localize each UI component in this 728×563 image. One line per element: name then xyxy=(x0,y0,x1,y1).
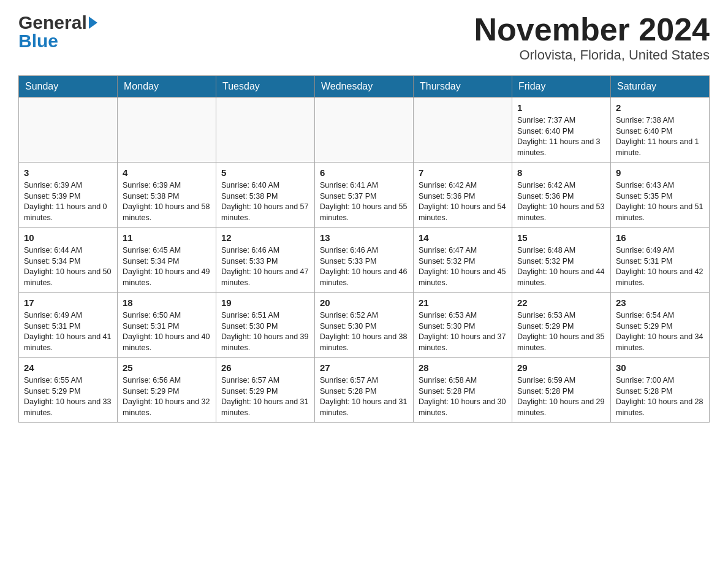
day-info: Sunrise: 6:47 AM Sunset: 5:32 PM Dayligh… xyxy=(419,245,507,288)
day-info: Sunrise: 6:45 AM Sunset: 5:34 PM Dayligh… xyxy=(123,245,211,288)
day-number: 5 xyxy=(221,166,309,179)
calendar-subtitle: Orlovista, Florida, United States xyxy=(474,47,710,63)
calendar-week-row: 10Sunrise: 6:44 AM Sunset: 5:34 PM Dayli… xyxy=(19,228,710,293)
day-number: 14 xyxy=(419,231,507,244)
day-number: 27 xyxy=(320,361,408,374)
logo-blue-text: Blue xyxy=(18,31,97,52)
day-number: 7 xyxy=(419,166,507,179)
calendar-week-row: 3Sunrise: 6:39 AM Sunset: 5:39 PM Daylig… xyxy=(19,163,710,228)
calendar-cell: 22Sunrise: 6:53 AM Sunset: 5:29 PM Dayli… xyxy=(512,293,611,358)
day-info: Sunrise: 6:43 AM Sunset: 5:35 PM Dayligh… xyxy=(616,180,704,223)
day-info: Sunrise: 6:40 AM Sunset: 5:38 PM Dayligh… xyxy=(221,180,309,223)
calendar-week-row: 17Sunrise: 6:49 AM Sunset: 5:31 PM Dayli… xyxy=(19,293,710,358)
calendar-cell: 19Sunrise: 6:51 AM Sunset: 5:30 PM Dayli… xyxy=(216,293,315,358)
day-info: Sunrise: 6:42 AM Sunset: 5:36 PM Dayligh… xyxy=(517,180,605,223)
calendar-cell: 7Sunrise: 6:42 AM Sunset: 5:36 PM Daylig… xyxy=(414,163,512,228)
calendar-cell: 29Sunrise: 6:59 AM Sunset: 5:28 PM Dayli… xyxy=(512,358,611,423)
calendar-cell: 25Sunrise: 6:56 AM Sunset: 5:29 PM Dayli… xyxy=(118,358,216,423)
day-number: 19 xyxy=(221,296,309,309)
calendar-header-tuesday: Tuesday xyxy=(216,76,315,98)
day-number: 3 xyxy=(24,166,112,179)
day-info: Sunrise: 6:56 AM Sunset: 5:29 PM Dayligh… xyxy=(123,375,211,418)
day-info: Sunrise: 6:53 AM Sunset: 5:29 PM Dayligh… xyxy=(517,310,605,353)
page-header: General Blue November 2024 Orlovista, Fl… xyxy=(18,12,710,63)
day-number: 9 xyxy=(616,166,704,179)
day-info: Sunrise: 6:57 AM Sunset: 5:29 PM Dayligh… xyxy=(221,375,309,418)
day-number: 22 xyxy=(517,296,605,309)
calendar-cell: 3Sunrise: 6:39 AM Sunset: 5:39 PM Daylig… xyxy=(19,163,118,228)
day-info: Sunrise: 6:55 AM Sunset: 5:29 PM Dayligh… xyxy=(24,375,112,418)
calendar-header-wednesday: Wednesday xyxy=(315,76,414,98)
calendar-cell xyxy=(19,98,118,163)
calendar-table: SundayMondayTuesdayWednesdayThursdayFrid… xyxy=(18,75,710,423)
calendar-cell: 5Sunrise: 6:40 AM Sunset: 5:38 PM Daylig… xyxy=(216,163,315,228)
day-info: Sunrise: 6:44 AM Sunset: 5:34 PM Dayligh… xyxy=(24,245,112,288)
logo-general-text: General xyxy=(18,12,87,33)
calendar-cell xyxy=(216,98,315,163)
day-info: Sunrise: 6:53 AM Sunset: 5:30 PM Dayligh… xyxy=(419,310,507,353)
day-info: Sunrise: 6:54 AM Sunset: 5:29 PM Dayligh… xyxy=(616,310,704,353)
calendar-header-sunday: Sunday xyxy=(19,76,118,98)
day-info: Sunrise: 7:38 AM Sunset: 6:40 PM Dayligh… xyxy=(616,115,704,158)
day-number: 17 xyxy=(24,296,112,309)
day-number: 4 xyxy=(123,166,211,179)
calendar-cell: 15Sunrise: 6:48 AM Sunset: 5:32 PM Dayli… xyxy=(512,228,611,293)
calendar-cell: 20Sunrise: 6:52 AM Sunset: 5:30 PM Dayli… xyxy=(315,293,414,358)
calendar-header-row: SundayMondayTuesdayWednesdayThursdayFrid… xyxy=(19,76,710,98)
day-number: 21 xyxy=(419,296,507,309)
logo: General Blue xyxy=(18,12,97,52)
day-info: Sunrise: 6:52 AM Sunset: 5:30 PM Dayligh… xyxy=(320,310,408,353)
calendar-cell: 9Sunrise: 6:43 AM Sunset: 5:35 PM Daylig… xyxy=(611,163,710,228)
day-number: 18 xyxy=(123,296,211,309)
calendar-header-thursday: Thursday xyxy=(414,76,512,98)
day-info: Sunrise: 6:59 AM Sunset: 5:28 PM Dayligh… xyxy=(517,375,605,418)
day-info: Sunrise: 6:58 AM Sunset: 5:28 PM Dayligh… xyxy=(419,375,507,418)
calendar-cell: 16Sunrise: 6:49 AM Sunset: 5:31 PM Dayli… xyxy=(611,228,710,293)
calendar-header-friday: Friday xyxy=(512,76,611,98)
calendar-cell: 23Sunrise: 6:54 AM Sunset: 5:29 PM Dayli… xyxy=(611,293,710,358)
calendar-cell: 26Sunrise: 6:57 AM Sunset: 5:29 PM Dayli… xyxy=(216,358,315,423)
day-info: Sunrise: 6:57 AM Sunset: 5:28 PM Dayligh… xyxy=(320,375,408,418)
day-info: Sunrise: 7:00 AM Sunset: 5:28 PM Dayligh… xyxy=(616,375,704,418)
day-number: 30 xyxy=(616,361,704,374)
day-number: 12 xyxy=(221,231,309,244)
calendar-week-row: 24Sunrise: 6:55 AM Sunset: 5:29 PM Dayli… xyxy=(19,358,710,423)
day-number: 15 xyxy=(517,231,605,244)
calendar-cell: 21Sunrise: 6:53 AM Sunset: 5:30 PM Dayli… xyxy=(414,293,512,358)
day-number: 8 xyxy=(517,166,605,179)
day-number: 29 xyxy=(517,361,605,374)
day-number: 26 xyxy=(221,361,309,374)
day-number: 1 xyxy=(517,101,605,114)
logo-arrow-icon xyxy=(89,17,97,29)
day-number: 11 xyxy=(123,231,211,244)
calendar-cell: 1Sunrise: 7:37 AM Sunset: 6:40 PM Daylig… xyxy=(512,98,611,163)
calendar-cell: 27Sunrise: 6:57 AM Sunset: 5:28 PM Dayli… xyxy=(315,358,414,423)
calendar-cell: 18Sunrise: 6:50 AM Sunset: 5:31 PM Dayli… xyxy=(118,293,216,358)
day-number: 13 xyxy=(320,231,408,244)
calendar-week-row: 1Sunrise: 7:37 AM Sunset: 6:40 PM Daylig… xyxy=(19,98,710,163)
calendar-cell: 2Sunrise: 7:38 AM Sunset: 6:40 PM Daylig… xyxy=(611,98,710,163)
calendar-cell: 24Sunrise: 6:55 AM Sunset: 5:29 PM Dayli… xyxy=(19,358,118,423)
day-info: Sunrise: 6:41 AM Sunset: 5:37 PM Dayligh… xyxy=(320,180,408,223)
day-info: Sunrise: 6:48 AM Sunset: 5:32 PM Dayligh… xyxy=(517,245,605,288)
day-number: 28 xyxy=(419,361,507,374)
calendar-title-area: November 2024 Orlovista, Florida, United… xyxy=(474,12,710,63)
calendar-cell: 11Sunrise: 6:45 AM Sunset: 5:34 PM Dayli… xyxy=(118,228,216,293)
calendar-cell: 30Sunrise: 7:00 AM Sunset: 5:28 PM Dayli… xyxy=(611,358,710,423)
calendar-cell: 10Sunrise: 6:44 AM Sunset: 5:34 PM Dayli… xyxy=(19,228,118,293)
calendar-cell xyxy=(315,98,414,163)
day-number: 16 xyxy=(616,231,704,244)
day-number: 2 xyxy=(616,101,704,114)
day-info: Sunrise: 7:37 AM Sunset: 6:40 PM Dayligh… xyxy=(517,115,605,158)
day-number: 23 xyxy=(616,296,704,309)
day-info: Sunrise: 6:51 AM Sunset: 5:30 PM Dayligh… xyxy=(221,310,309,353)
calendar-title: November 2024 xyxy=(474,12,710,47)
day-info: Sunrise: 6:39 AM Sunset: 5:39 PM Dayligh… xyxy=(24,180,112,223)
calendar-cell: 14Sunrise: 6:47 AM Sunset: 5:32 PM Dayli… xyxy=(414,228,512,293)
day-number: 6 xyxy=(320,166,408,179)
day-number: 20 xyxy=(320,296,408,309)
day-info: Sunrise: 6:39 AM Sunset: 5:38 PM Dayligh… xyxy=(123,180,211,223)
day-info: Sunrise: 6:50 AM Sunset: 5:31 PM Dayligh… xyxy=(123,310,211,353)
day-info: Sunrise: 6:49 AM Sunset: 5:31 PM Dayligh… xyxy=(616,245,704,288)
calendar-cell xyxy=(118,98,216,163)
